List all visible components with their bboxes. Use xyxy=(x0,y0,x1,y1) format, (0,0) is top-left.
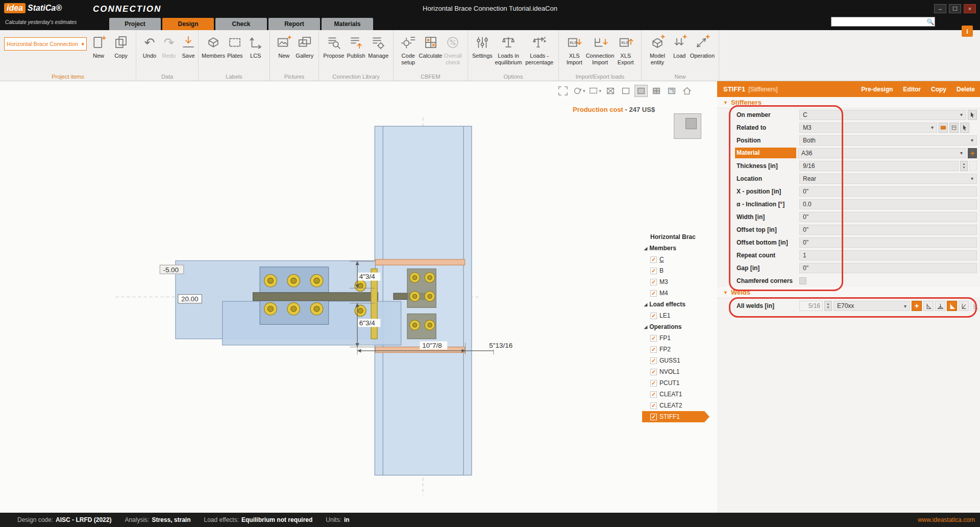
save-button[interactable]: Save xyxy=(179,33,198,59)
calculate-button[interactable]: Calculate xyxy=(420,33,442,59)
checkbox-icon[interactable]: ✓ xyxy=(650,369,657,375)
tab-report[interactable]: Report xyxy=(268,18,320,30)
width-input[interactable]: 0" xyxy=(799,212,977,222)
settings-button[interactable]: Settings xyxy=(472,33,493,59)
weld-type-bevel-button[interactable] xyxy=(959,301,969,311)
checkbox-icon[interactable]: ✓ xyxy=(650,391,657,398)
propose-button[interactable]: Propose xyxy=(323,33,345,59)
entity-box-button[interactable] xyxy=(949,123,959,133)
selection-mode-button[interactable]: ▾ xyxy=(588,85,602,97)
info-button[interactable]: i xyxy=(962,26,973,37)
section-collapse-icon[interactable]: ▼ xyxy=(723,100,728,105)
search-box[interactable]: 🔍 xyxy=(831,17,935,27)
checkbox-icon[interactable]: ✓ xyxy=(650,256,657,263)
section-stiffeners[interactable]: ▼Stiffeners xyxy=(717,97,980,108)
picture-new-button[interactable]: New xyxy=(274,33,294,59)
weld-type-butt-button[interactable] xyxy=(947,301,957,311)
checkbox-icon[interactable]: ✓ xyxy=(650,279,657,285)
pick-on-model-button[interactable] xyxy=(968,110,977,120)
tree-item-stiff1-selected[interactable]: ✓STIFF1 xyxy=(642,411,704,422)
checkbox-icon[interactable]: ✓ xyxy=(650,380,657,387)
view-transparent-button[interactable] xyxy=(665,85,678,97)
repeat-count-input[interactable]: 1 xyxy=(799,250,977,260)
inclination-input[interactable]: 0.0 xyxy=(799,199,977,209)
offset-top-input[interactable]: 0" xyxy=(799,225,977,235)
view-wireframe-button[interactable] xyxy=(604,85,617,97)
tree-item-cleat2[interactable]: ✓CLEAT2 xyxy=(642,400,709,411)
tree-item-le1[interactable]: ✓LE1 xyxy=(642,310,709,321)
position-dropdown[interactable]: Both▾ xyxy=(799,135,977,146)
minimize-button[interactable]: – xyxy=(934,4,946,13)
tab-check[interactable]: Check xyxy=(215,18,267,30)
new-load-button[interactable]: Load xyxy=(670,33,689,59)
new-project-item-button[interactable]: New xyxy=(88,33,109,59)
manage-button[interactable]: Manage xyxy=(368,33,389,59)
add-material-button[interactable]: + xyxy=(968,148,977,158)
tree-root[interactable]: Horizontal Brac xyxy=(642,231,709,243)
labels-lcs-button[interactable]: LCS xyxy=(246,33,266,59)
picture-gallery-button[interactable]: Gallery xyxy=(295,33,315,59)
tree-item-fp2[interactable]: ✓FP2 xyxy=(642,344,709,355)
view-cube-face[interactable] xyxy=(685,118,697,129)
tree-item-member-b[interactable]: ✓B xyxy=(642,265,709,276)
checkbox-icon[interactable]: ✓ xyxy=(650,313,657,319)
connection-3d-model[interactable]: 4"3/4 6"3/4 10"7/8 5"13/16 -5.00 20.0 xyxy=(0,81,717,513)
undo-button[interactable]: ↶ Undo xyxy=(140,33,159,59)
tree-item-nvol1[interactable]: ✓NVOL1 xyxy=(642,366,709,377)
checkbox-icon[interactable]: ✓ xyxy=(650,402,657,409)
checkbox-icon[interactable]: ✓ xyxy=(650,346,657,353)
checkbox-icon[interactable]: ✓ xyxy=(650,414,657,420)
new-model-entity-button[interactable]: Model entity xyxy=(646,33,669,65)
editor-button[interactable]: Editor xyxy=(903,86,921,93)
new-operation-button[interactable]: Operation xyxy=(690,33,715,59)
plate-side-button[interactable] xyxy=(939,123,948,133)
loads-percentage-button[interactable]: Loads - percentage xyxy=(524,33,554,65)
add-weld-button[interactable]: + xyxy=(912,301,922,311)
tab-design[interactable]: Design xyxy=(162,18,214,30)
gap-input[interactable]: 0" xyxy=(799,263,977,273)
material-dropdown[interactable]: A36▾ xyxy=(798,148,966,158)
view-shaded-edges-button[interactable] xyxy=(650,85,663,97)
copy-operation-button[interactable]: Copy xyxy=(931,86,946,93)
website-link[interactable]: www.ideastatica.com xyxy=(918,516,975,523)
tree-item-member-m3[interactable]: ✓M3 xyxy=(642,276,709,288)
xls-import-button[interactable]: XLS XLS Import xyxy=(563,33,586,65)
connection-import-button[interactable]: Connection Import xyxy=(587,33,614,65)
pick-on-model-button[interactable] xyxy=(960,123,969,133)
model-viewport[interactable]: 4"3/4 6"3/4 10"7/8 5"13/16 -5.00 20.0 xyxy=(0,81,717,513)
tree-item-cleat1[interactable]: ✓CLEAT1 xyxy=(642,389,709,400)
electrode-dropdown[interactable]: E70xx▾ xyxy=(834,301,910,311)
tree-item-fp1[interactable]: ✓FP1 xyxy=(642,332,709,344)
checkbox-icon[interactable]: ✓ xyxy=(650,268,657,274)
tree-item-pcut1[interactable]: ✓PCUT1 xyxy=(642,377,709,389)
checkbox-icon[interactable]: ✓ xyxy=(650,357,657,364)
publish-button[interactable]: Publish xyxy=(346,33,367,59)
weld-size-input[interactable]: 5/16 xyxy=(799,301,823,311)
view-cube[interactable] xyxy=(674,113,701,139)
close-button[interactable]: × xyxy=(964,4,976,13)
collapse-icon[interactable]: ◢ xyxy=(644,302,647,307)
offset-bottom-input[interactable]: 0" xyxy=(799,237,977,248)
copy-project-item-button[interactable]: Copy xyxy=(110,33,132,59)
dim-offset-x[interactable]: -5.00 xyxy=(163,266,179,274)
checkbox-icon[interactable]: ✓ xyxy=(650,335,657,342)
weld-type-both-sides-button[interactable] xyxy=(935,301,945,311)
zoom-fit-button[interactable] xyxy=(556,85,570,97)
tree-item-member-c[interactable]: ✓C xyxy=(642,254,709,265)
labels-members-button[interactable]: Members xyxy=(203,33,224,59)
checkbox-icon[interactable]: ✓ xyxy=(650,290,657,297)
maximize-button[interactable]: ☐ xyxy=(949,4,961,13)
delete-operation-button[interactable]: Delete xyxy=(957,86,975,93)
x-position-input[interactable]: 0" xyxy=(799,186,977,197)
weld-type-fillet-button[interactable] xyxy=(923,301,934,311)
xls-export-button[interactable]: XLS XLS Export xyxy=(615,33,638,65)
collapse-icon[interactable]: ◢ xyxy=(644,325,647,329)
orbit-button[interactable]: ▾ xyxy=(572,85,586,97)
thickness-input[interactable]: 9/16 xyxy=(799,161,959,171)
loads-in-equilibrium-button[interactable]: Loads in equilibrium xyxy=(494,33,524,65)
collapse-icon[interactable]: ◢ xyxy=(644,246,647,251)
search-input[interactable] xyxy=(831,18,926,26)
on-member-dropdown[interactable]: C▾ xyxy=(799,110,966,120)
dim-offset-y[interactable]: 20.00 xyxy=(181,295,199,303)
connection-selector[interactable]: Horizontal Brace Connection▾ xyxy=(4,37,87,51)
